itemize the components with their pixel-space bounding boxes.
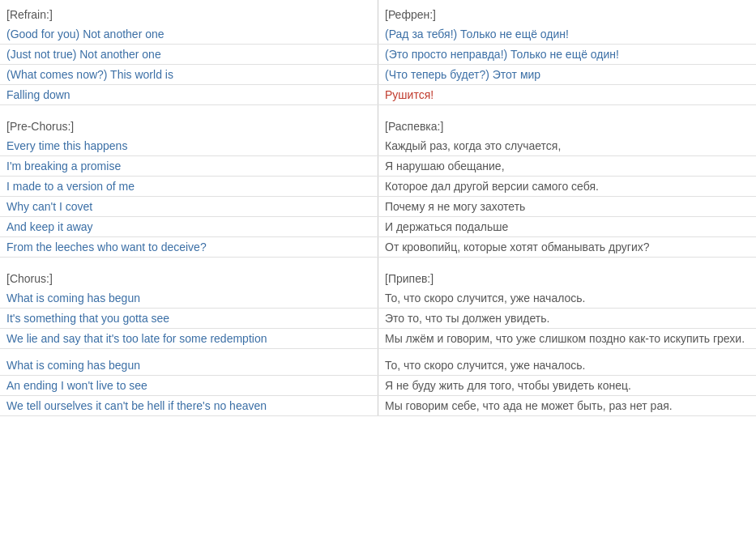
lyric-row: And keep it awayИ держаться подальше [0, 217, 756, 237]
section-label-left: [Chorus:] [0, 264, 378, 288]
section-label-right: [Припев:] [378, 264, 757, 288]
lyric-left: We lie and say that it's too late for so… [0, 329, 378, 349]
section-header-row: [Pre-Chorus:][Распевка:] [0, 112, 756, 136]
lyric-right: То, что скоро случится, уже началось. [378, 356, 757, 376]
lyric-right: То, что скоро случится, уже началось. [378, 288, 757, 309]
lyric-row: We tell ourselves it can't be hell if th… [0, 396, 756, 416]
lyrics-table: [Refrain:][Рефрен:](Good for you) Not an… [0, 0, 756, 416]
lyric-row: (Good for you) Not another one(Рад за те… [0, 24, 756, 45]
section-label-left: [Pre-Chorus:] [0, 112, 378, 136]
empty-row [0, 349, 756, 356]
lyric-left: (What comes now?) This world is [0, 65, 378, 85]
lyric-row: From the leeches who want to deceive?От … [0, 237, 756, 258]
lyric-row: It's something that you gotta seeЭто то,… [0, 309, 756, 329]
lyric-row: Falling downРушится! [0, 85, 756, 105]
lyric-row: I'm breaking a promiseЯ нарушаю обещание… [0, 156, 756, 177]
lyric-left: I'm breaking a promise [0, 156, 378, 177]
section-label-left: [Refrain:] [0, 0, 378, 24]
lyric-right: И держаться подальше [378, 217, 757, 237]
lyric-right: Это то, что ты должен увидеть. [378, 309, 757, 329]
lyric-left: Every time this happens [0, 136, 378, 156]
section-label-right: [Рефрен:] [378, 0, 757, 24]
lyric-left: (Just not true) Not another one [0, 45, 378, 65]
lyric-left: (Good for you) Not another one [0, 24, 378, 45]
empty-row [0, 105, 756, 113]
lyric-row: We lie and say that it's too late for so… [0, 329, 756, 349]
lyric-right: Почему я не могу захотеть [378, 197, 757, 217]
lyric-right: (Что теперь будет?) Этот мир [378, 65, 757, 85]
lyric-right: (Рад за тебя!) Только не ещё один! [378, 24, 757, 45]
lyric-left: Falling down [0, 85, 378, 105]
lyric-right: Я не буду жить для того, чтобы увидеть к… [378, 376, 757, 396]
lyric-left: What is coming has begun [0, 356, 378, 376]
section-label-right: [Распевка:] [378, 112, 757, 136]
empty-row [0, 258, 756, 265]
lyric-left: An ending I won't live to see [0, 376, 378, 396]
lyric-right: Рушится! [378, 85, 757, 105]
lyric-row: What is coming has begunТо, что скоро сл… [0, 288, 756, 309]
lyric-row: What is coming has begunТо, что скоро сл… [0, 356, 756, 376]
section-header-row: [Chorus:][Припев:] [0, 264, 756, 288]
lyric-left: What is coming has begun [0, 288, 378, 309]
lyric-left: I made to a version of me [0, 177, 378, 197]
lyric-right: (Это просто неправда!) Только не ещё оди… [378, 45, 757, 65]
lyric-right: Я нарушаю обещание, [378, 156, 757, 177]
lyric-row: (Just not true) Not another one(Это прос… [0, 45, 756, 65]
section-header-row: [Refrain:][Рефрен:] [0, 0, 756, 24]
lyric-right: Которое дал другой версии самого себя. [378, 177, 757, 197]
lyric-left: From the leeches who want to deceive? [0, 237, 378, 258]
lyric-row: (What comes now?) This world is(Что тепе… [0, 65, 756, 85]
lyric-right: От кровопийц, которые хотят обманывать д… [378, 237, 757, 258]
lyric-right: Мы лжём и говорим, что уже слишком поздн… [378, 329, 757, 349]
lyric-left: We tell ourselves it can't be hell if th… [0, 396, 378, 416]
lyric-row: An ending I won't live to seeЯ не буду ж… [0, 376, 756, 396]
lyric-left: It's something that you gotta see [0, 309, 378, 329]
lyric-row: I made to a version of meКоторое дал дру… [0, 177, 756, 197]
lyric-right: Мы говорим себе, что ада не может быть, … [378, 396, 757, 416]
lyric-row: Every time this happensКаждый раз, когда… [0, 136, 756, 156]
lyric-left: Why can't I covet [0, 197, 378, 217]
lyric-left: And keep it away [0, 217, 378, 237]
lyric-row: Why can't I covetПочему я не могу захоте… [0, 197, 756, 217]
lyric-right: Каждый раз, когда это случается, [378, 136, 757, 156]
